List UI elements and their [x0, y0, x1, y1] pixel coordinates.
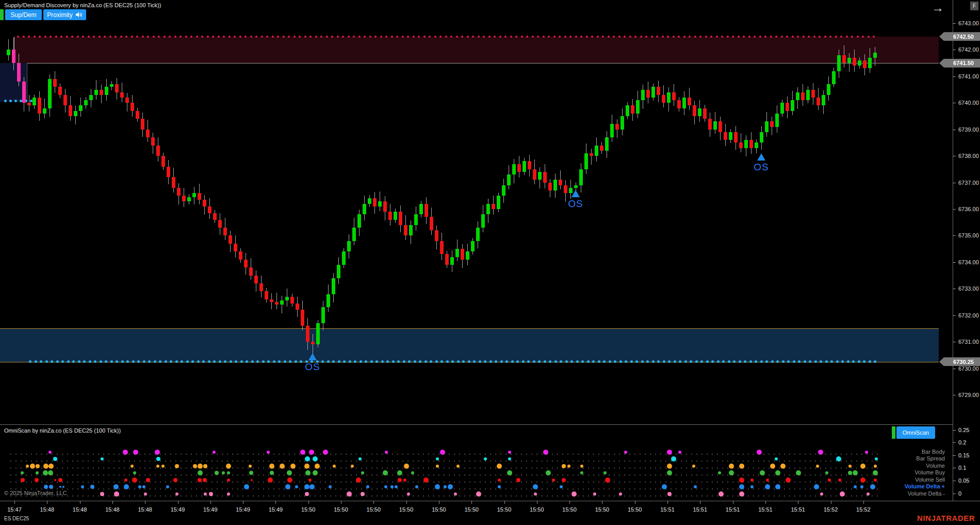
time-tick	[373, 501, 374, 504]
time-axis-label: 15:50	[432, 506, 446, 513]
time-tick	[439, 501, 439, 504]
time-axis-label: 15:50	[367, 506, 381, 513]
time-tick	[80, 501, 80, 504]
time-tick	[471, 501, 472, 504]
omniscan-scale-label: 0.1	[958, 465, 966, 471]
time-tick	[798, 501, 798, 504]
omniscan-scale-tick	[953, 430, 956, 431]
time-axis-label: 15:52	[856, 506, 871, 513]
time-axis-label: 15:49	[236, 506, 250, 513]
omniscan-scale-label: 0.2	[958, 439, 966, 446]
time-axis-label: 15:52	[824, 506, 838, 513]
symbol-label: ES DEC25	[4, 516, 29, 521]
time-axis-label: 15:50	[628, 506, 642, 513]
time-tick	[178, 501, 178, 504]
ninjatrader-chart-window: Supply/Demand Discovery by ninZa.co (ES …	[0, 0, 980, 525]
time-tick	[765, 501, 766, 504]
time-tick	[47, 501, 47, 504]
copyright-text: © 2025 NinjaTrader, LLC	[4, 490, 67, 496]
time-axis-label: 15:50	[497, 506, 512, 513]
time-axis-label: 15:48	[138, 506, 152, 513]
time-axis-label: 15:48	[73, 506, 87, 513]
omniscan-scale-label: 0	[958, 490, 961, 497]
time-tick	[14, 501, 15, 504]
time-tick	[831, 501, 831, 504]
time-tick	[667, 501, 668, 504]
omniscan-scale-tick	[953, 481, 956, 481]
time-axis-label: 15:50	[595, 506, 610, 513]
time-tick	[112, 501, 113, 504]
time-tick	[243, 501, 243, 504]
omniscan-scale-label: 0.15	[958, 452, 969, 458]
time-axis-label: 15:50	[301, 506, 316, 513]
time-axis-label: 15:49	[171, 506, 185, 513]
time-axis-label: 15:49	[269, 506, 283, 513]
omniscan-scale-label: 0.25	[958, 427, 969, 433]
time-tick	[733, 501, 733, 504]
time-axis-label: 15:48	[40, 506, 55, 513]
omniscan-scale-label: 0.05	[958, 478, 969, 484]
time-axis-label: 15:51	[660, 506, 675, 513]
ninjatrader-logo: NINJATRADER	[917, 514, 975, 522]
time-axis-label: 15:51	[693, 506, 708, 513]
time-tick	[863, 501, 864, 504]
time-tick	[341, 501, 341, 504]
time-axis-label: 15:51	[758, 506, 773, 513]
omniscan-scale: 0.250.20.150.10.050	[0, 0, 980, 525]
omniscan-scale-tick	[953, 455, 956, 456]
omniscan-scale-tick	[953, 494, 956, 494]
time-axis-label: 15:47	[7, 506, 22, 513]
time-axis-label: 15:50	[530, 506, 544, 513]
omniscan-scale-tick	[953, 442, 956, 443]
time-tick	[504, 501, 505, 504]
time-axis-label: 15:51	[791, 506, 805, 513]
time-axis-label: 15:48	[105, 506, 120, 513]
time-tick	[700, 501, 700, 504]
time-axis-label: 15:50	[399, 506, 414, 513]
time-tick	[569, 501, 570, 504]
time-tick	[308, 501, 309, 504]
time-axis-label: 15:50	[562, 506, 577, 513]
time-tick	[537, 501, 537, 504]
time-axis[interactable]: 15:4715:4815:4815:4815:4815:4915:4915:49…	[0, 501, 980, 515]
time-tick	[602, 501, 602, 504]
time-axis-label: 15:51	[726, 506, 740, 513]
time-tick	[210, 501, 211, 504]
time-tick	[635, 501, 635, 504]
time-axis-label: 15:50	[334, 506, 348, 513]
time-tick	[145, 501, 145, 504]
time-tick	[406, 501, 407, 504]
omniscan-scale-tick	[953, 468, 956, 468]
time-axis-label: 15:49	[203, 506, 218, 513]
time-axis-label: 15:50	[464, 506, 479, 513]
time-tick	[275, 501, 276, 504]
